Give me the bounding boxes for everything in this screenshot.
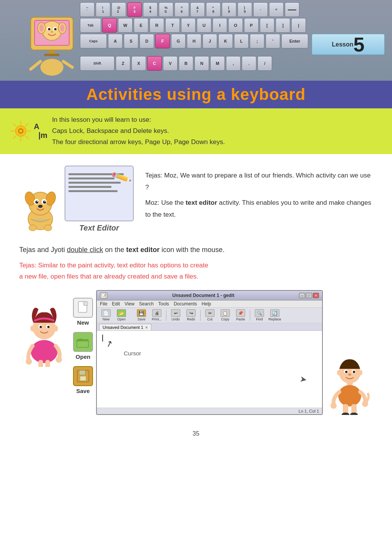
aim-letters: A |m	[34, 122, 47, 140]
svg-point-73	[345, 371, 347, 373]
new-icon-item: New	[73, 298, 93, 326]
page-number: 35	[0, 426, 392, 445]
cursor-arrow: ↙	[105, 338, 115, 350]
aim-badge: A |m	[9, 119, 47, 143]
close-button[interactable]: ✕	[313, 293, 319, 298]
right-arrow-indicator: ➤	[299, 374, 307, 385]
svg-point-75	[348, 373, 351, 376]
gedit-full-area: New Open Save	[19, 290, 373, 415]
open-label: Open	[76, 353, 90, 360]
boy-character	[327, 346, 373, 415]
menu-documents[interactable]: Documents	[174, 301, 197, 307]
svg-rect-13	[44, 54, 60, 56]
svg-point-6	[54, 28, 56, 30]
svg-point-76	[337, 370, 341, 375]
toolbar-copy[interactable]: 📋 Copy	[218, 309, 232, 321]
dialogue-section: ✏️ Text Editor Tejas: Moz, We want to pr…	[19, 166, 373, 232]
save-icon-item: Save	[73, 366, 93, 394]
gedit-menubar: File Edit View Search Tools Documents He…	[97, 300, 322, 308]
toolbar-undo[interactable]: ↩ Undo	[169, 309, 183, 321]
toolbar-paste[interactable]: 📌 Paste	[234, 309, 247, 321]
svg-point-2	[42, 21, 61, 40]
girl-character-area	[19, 290, 69, 415]
svg-point-36	[37, 201, 38, 202]
toolbar-cut[interactable]: ✂ Cut	[203, 309, 217, 321]
girl-character	[21, 290, 67, 367]
toolbar-redo[interactable]: ↪ Redo	[184, 309, 198, 321]
main-title: Activities using a keyboard	[0, 85, 392, 104]
tejas-speech: Tejas: Similar to the paint activity, te…	[19, 260, 373, 282]
maximize-button[interactable]: □	[306, 293, 312, 298]
minimize-button[interactable]: —	[299, 293, 305, 298]
svg-point-27	[19, 129, 22, 133]
svg-point-11	[60, 24, 65, 32]
svg-point-74	[353, 371, 355, 373]
svg-point-7	[51, 31, 53, 33]
svg-point-14	[40, 59, 63, 76]
gedit-tab[interactable]: Unsaved Document 1 ✕	[99, 324, 151, 330]
svg-point-47	[56, 357, 62, 363]
dialogue-text: Tejas: Moz, We want to prepare a list of…	[145, 166, 373, 221]
tab-close-button[interactable]: ✕	[145, 325, 148, 330]
sidebar-icons: New Open Save	[73, 290, 93, 415]
svg-point-9	[39, 24, 44, 32]
menu-edit[interactable]: Edit	[112, 301, 120, 307]
new-label: New	[77, 319, 89, 326]
cursor-label: Cursor	[124, 350, 141, 357]
toolbar-save[interactable]: 💾 Save	[135, 309, 148, 321]
new-file-icon[interactable]	[73, 298, 93, 318]
menu-help[interactable]: Help	[202, 301, 211, 307]
svg-point-62	[338, 385, 361, 406]
keyboard-rows: ~` !1 @2 #3 $4 %S ^6 &7 *8 (9 )0 - = — T…	[77, 0, 392, 81]
svg-point-54	[30, 325, 35, 332]
svg-point-46	[26, 358, 32, 365]
gedit-titlebar: 📝 Unsaved Document 1 - gedit — □ ✕	[97, 291, 322, 300]
text-cursor	[102, 335, 103, 342]
toolbar-replace[interactable]: 🔄 Replace	[268, 309, 282, 321]
svg-line-25	[13, 136, 16, 138]
svg-line-24	[26, 124, 28, 126]
svg-point-40	[44, 225, 52, 231]
save-label: Save	[76, 388, 90, 394]
main-content: ✏️ Text Editor Tejas: Moz, We want to pr…	[0, 154, 392, 426]
toolbar-print[interactable]: 🖨 Print...	[150, 309, 164, 321]
gedit-window: 📝 Unsaved Document 1 - gedit — □ ✕ File …	[96, 290, 323, 415]
svg-point-66	[350, 413, 358, 415]
toolbar-find[interactable]: 🔍 Find	[252, 309, 266, 321]
open-file-icon[interactable]	[73, 332, 93, 352]
title-section: Activities using a keyboard	[0, 81, 392, 108]
gedit-title-text: Unsaved Document 1 - gedit	[108, 293, 299, 298]
gedit-editor-area[interactable]: ↙ Cursor ➤	[97, 331, 322, 408]
svg-rect-43	[45, 360, 50, 367]
boy-character-area	[327, 290, 373, 415]
toolbar-open[interactable]: 📂 Open	[115, 309, 128, 321]
svg-line-23	[26, 136, 28, 138]
menu-search[interactable]: Search	[139, 301, 154, 307]
svg-point-38	[38, 205, 43, 208]
editor-label: Text Editor	[79, 224, 119, 232]
keyboard-banner: ~` !1 @2 #3 $4 %S ^6 &7 *8 (9 )0 - = — T…	[0, 0, 392, 81]
toolbar-new[interactable]: 📄 New	[99, 309, 113, 321]
svg-point-5	[48, 28, 50, 30]
svg-line-22	[13, 124, 16, 126]
gedit-tab-bar: Unsaved Document 1 ✕	[97, 323, 322, 331]
svg-rect-42	[38, 360, 43, 367]
svg-rect-61	[80, 376, 86, 381]
svg-point-65	[342, 413, 349, 415]
svg-point-53	[47, 326, 50, 328]
window-controls[interactable]: — □ ✕	[299, 293, 319, 298]
menu-file[interactable]: File	[100, 301, 107, 307]
sun-icon	[10, 120, 32, 142]
save-file-icon[interactable]	[73, 366, 93, 386]
svg-point-77	[359, 370, 362, 375]
svg-line-15	[31, 61, 40, 69]
menu-tools[interactable]: Tools	[158, 301, 169, 307]
svg-rect-57	[84, 302, 88, 305]
dog-character	[19, 179, 61, 232]
gedit-toolbar: 📄 New 📂 Open 💾 Save 🖨	[97, 308, 322, 323]
svg-point-55	[53, 325, 58, 332]
svg-point-41	[31, 340, 58, 363]
center-content: New Open Save	[73, 290, 323, 415]
intro-text: In this lesson you will learn to use: Ca…	[52, 114, 225, 148]
menu-view[interactable]: View	[125, 301, 135, 307]
